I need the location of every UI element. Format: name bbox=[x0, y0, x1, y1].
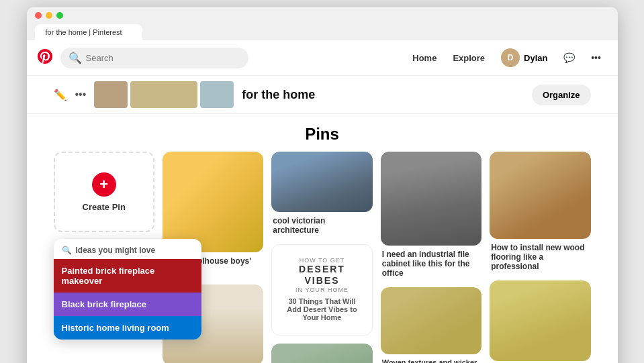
active-tab[interactable]: for the home | Pinterest bbox=[35, 24, 142, 40]
browser-dots bbox=[35, 12, 610, 19]
pin-img-victorian bbox=[271, 152, 372, 212]
pin-card-victorian[interactable]: cool victorian architecture bbox=[271, 152, 372, 236]
board-header: ✏️ ••• for the home Organize bbox=[27, 76, 618, 114]
pin-img-schoolhouse bbox=[163, 152, 263, 252]
browser-tab-bar: for the home | Pinterest bbox=[35, 24, 610, 40]
pin-label-victorian: cool victorian architecture bbox=[271, 212, 372, 236]
suggestions-header: 🔍 Ideas you might love bbox=[54, 239, 201, 259]
pinterest-header: 🔍 Home Explore D Dylan 💬 ••• bbox=[27, 40, 618, 76]
pin-column-5: How to install new wood flooring like a … bbox=[490, 152, 590, 363]
avatar: D bbox=[501, 48, 520, 67]
close-dot[interactable] bbox=[35, 12, 42, 19]
board-thumb-1 bbox=[94, 81, 128, 108]
home-link[interactable]: Home bbox=[407, 49, 442, 67]
pin-column-3: cool victorian architecture HOW TO GET D… bbox=[271, 152, 372, 363]
pin-card-basketball[interactable]: one day i will install a basketball hoop… bbox=[271, 344, 372, 363]
pin-desert-subtitle: IN YOUR HOME bbox=[295, 287, 349, 293]
pin-img-flooring bbox=[490, 152, 590, 239]
pin-label-cabinet: I need an industrial file cabinet like t… bbox=[381, 246, 481, 279]
organize-button[interactable]: Organize bbox=[532, 85, 591, 105]
more-dots-icon: ••• bbox=[591, 52, 601, 63]
suggestion-item-3[interactable]: Historic home living room bbox=[54, 316, 201, 340]
pins-title: Pins bbox=[54, 125, 591, 144]
search-input[interactable] bbox=[86, 53, 240, 63]
search-small-icon: 🔍 bbox=[62, 246, 72, 255]
explore-link[interactable]: Explore bbox=[447, 49, 490, 67]
pin-img-wicker bbox=[381, 287, 481, 354]
pin-img-basketball bbox=[271, 344, 372, 363]
board-thumb-3 bbox=[200, 81, 234, 108]
nav-links: Home Explore D Dylan 💬 ••• bbox=[407, 46, 606, 70]
user-name: Dylan bbox=[524, 53, 547, 63]
pin-card-desert[interactable]: HOW TO GET DESERT VIBES IN YOUR HOME 30 … bbox=[271, 244, 372, 335]
search-icon: 🔍 bbox=[68, 52, 82, 64]
board-thumb-2 bbox=[130, 81, 197, 108]
suggestion-item-2[interactable]: Black brick fireplace bbox=[54, 293, 201, 316]
pin-card-lamp[interactable]: Privacy bbox=[490, 280, 590, 363]
pin-label-wicker: Woven textures and wicker accents add ti… bbox=[381, 354, 481, 363]
pin-card-cabinet[interactable]: I need an industrial file cabinet like t… bbox=[381, 152, 481, 279]
tab-label: for the home | Pinterest bbox=[46, 28, 122, 36]
pin-label-flooring: How to install new wood flooring like a … bbox=[490, 239, 590, 272]
user-menu[interactable]: D Dylan bbox=[496, 46, 553, 70]
create-pin-label: Create Pin bbox=[83, 202, 126, 212]
edit-board-icon[interactable]: ✏️ bbox=[54, 89, 67, 101]
more-icon-btn[interactable]: ••• bbox=[586, 47, 607, 68]
browser-window: for the home | Pinterest 🔍 Home Explore … bbox=[27, 7, 618, 363]
pins-grid: + Create Pin 🔍 Ideas you might love Pain… bbox=[54, 152, 591, 363]
browser-chrome: for the home | Pinterest bbox=[27, 7, 618, 40]
create-pin-plus-icon: + bbox=[92, 172, 116, 197]
pinterest-logo[interactable] bbox=[38, 49, 52, 67]
pin-column-4: I need an industrial file cabinet like t… bbox=[381, 152, 481, 363]
pin-desert-howto: HOW TO GET bbox=[300, 257, 345, 264]
board-title: for the home bbox=[242, 88, 315, 102]
create-pin-card[interactable]: + Create Pin bbox=[54, 152, 154, 232]
more-board-icon[interactable]: ••• bbox=[75, 89, 87, 101]
pin-card-wicker[interactable]: Woven textures and wicker accents add ti… bbox=[381, 287, 481, 363]
maximize-dot[interactable] bbox=[56, 12, 63, 19]
browser-content: 🔍 Home Explore D Dylan 💬 ••• ✏️ bbox=[27, 40, 618, 363]
pins-section: Pins + Create Pin 🔍 Ideas you might love bbox=[27, 114, 618, 363]
board-thumbnails bbox=[94, 81, 234, 108]
messages-icon: 💬 bbox=[563, 52, 575, 63]
minimize-dot[interactable] bbox=[46, 12, 52, 19]
search-bar[interactable]: 🔍 bbox=[60, 48, 248, 68]
pin-img-cabinet bbox=[381, 152, 481, 246]
pin-card-flooring[interactable]: How to install new wood flooring like a … bbox=[490, 152, 590, 272]
pin-desert-title: DESERT VIBES bbox=[280, 264, 363, 287]
pin-column-1: + Create Pin 🔍 Ideas you might love Pain… bbox=[54, 152, 154, 363]
pin-label-desert: 30 Things That Will Add Desert Vibes to … bbox=[280, 293, 363, 323]
messages-icon-btn[interactable]: 💬 bbox=[559, 47, 580, 68]
suggestion-item-1[interactable]: Painted brick fireplace makeover bbox=[54, 259, 201, 293]
suggestions-dropdown: 🔍 Ideas you might love Painted brick fir… bbox=[54, 239, 201, 340]
pin-img-lamp bbox=[490, 280, 590, 361]
